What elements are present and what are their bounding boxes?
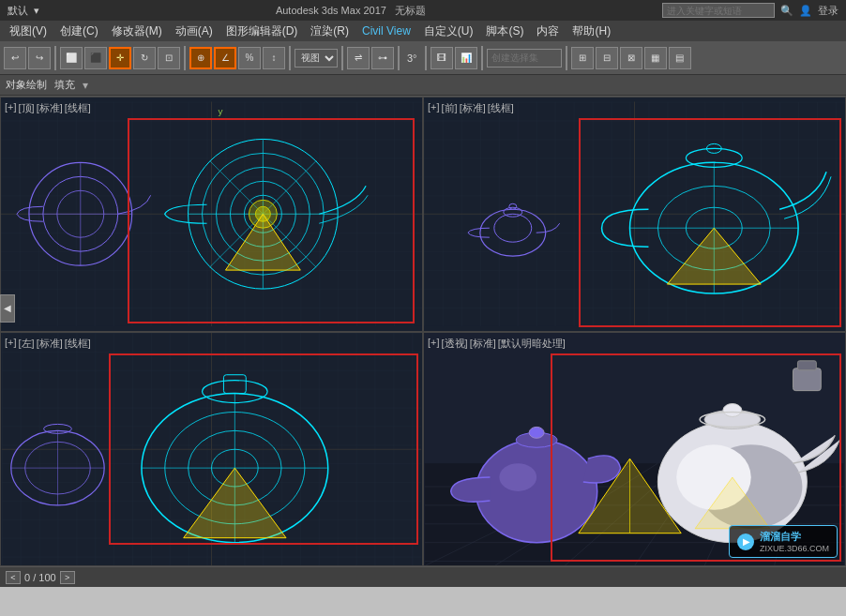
fill-label: 填充: [54, 78, 75, 92]
select-move-btn[interactable]: ✛: [109, 47, 131, 69]
workspace-label: 默认: [8, 4, 28, 18]
nav-prev-btn[interactable]: <: [6, 571, 21, 584]
file-title: 无标题: [395, 5, 426, 16]
user-icon: 👤: [799, 5, 812, 17]
main-toolbar: ↩ ↪ ⬜ ⬛ ✛ ↻ ⊡ ⊕ ∠ % ↕ 视图 ⇌ ⊶ 3° 🎞 📊 ⊞ ⊟ …: [0, 41, 846, 75]
scale-btn[interactable]: ⊡: [158, 47, 180, 69]
progress-area: < 0 / 100 >: [6, 571, 75, 584]
vp-persp-view: [透视]: [442, 337, 468, 351]
menu-civil-view[interactable]: Civil View: [356, 23, 416, 39]
undo-btn[interactable]: ↩: [4, 47, 26, 69]
redo-btn[interactable]: ↪: [28, 47, 51, 69]
snap-toggle-btn[interactable]: ⊕: [189, 47, 212, 69]
vp-top-view: [顶]: [19, 101, 35, 115]
svg-point-82: [529, 427, 544, 438]
vp-top-bracket1: [+]: [5, 101, 17, 115]
viewport-front[interactable]: [+] [前] [标准] [线框]: [423, 97, 846, 332]
angle-snap-btn[interactable]: ∠: [214, 47, 236, 69]
curve-editor-btn[interactable]: 🎞: [431, 47, 453, 69]
right-tool5[interactable]: ▤: [669, 47, 691, 69]
vp-top-mode: [标准]: [37, 101, 63, 115]
vp-front-mode: [标准]: [460, 101, 486, 115]
sub-toolbar: 对象绘制 填充 ▾: [0, 75, 846, 96]
menu-script[interactable]: 脚本(S): [480, 22, 529, 41]
login-label[interactable]: 登录: [818, 4, 838, 18]
svg-point-83: [499, 463, 536, 491]
sep1: [54, 46, 56, 70]
percent-snap-btn[interactable]: %: [238, 47, 261, 69]
vp-left-render: [线框]: [65, 337, 91, 351]
search-input[interactable]: [662, 3, 775, 18]
right-tool1[interactable]: ⊞: [571, 47, 594, 69]
search-icon[interactable]: 🔍: [780, 5, 793, 17]
vp-left-view: [左]: [19, 337, 35, 351]
viewport-perspective-label: [+] [透视] [标准] [默认明暗处理]: [428, 337, 566, 351]
fill-dropdown[interactable]: ▾: [83, 79, 88, 92]
software-title: Autodesk 3ds Max 2017: [276, 5, 386, 16]
svg-rect-94: [797, 360, 816, 369]
title-right: 🔍 👤 登录: [662, 3, 838, 18]
spinner-snap-btn[interactable]: ↕: [263, 47, 285, 69]
viewport-top-svg: y: [1, 98, 422, 331]
viewport-container: [+] [顶] [标准] [线框] y: [0, 96, 846, 566]
vp-persp-render: [默认明暗处理]: [498, 337, 566, 351]
sep7: [481, 46, 483, 70]
vp-top-render: [线框]: [65, 101, 91, 115]
angle-value: 3°: [403, 53, 421, 64]
sep3: [289, 46, 291, 70]
viewport-front-svg: [424, 98, 845, 331]
sep6: [425, 46, 427, 70]
right-tool3[interactable]: ⊠: [620, 47, 642, 69]
viewport-front-label: [+] [前] [标准] [线框]: [428, 101, 514, 115]
viewport-top-label: [+] [顶] [标准] [线框]: [5, 101, 91, 115]
viewport-perspective[interactable]: [+] [透视] [标准] [默认明暗处理]: [423, 332, 846, 567]
vp-left-bracket1: [+]: [5, 337, 17, 351]
vp-front-render: [线框]: [488, 101, 514, 115]
panel-collapse-btn[interactable]: ◀: [0, 294, 15, 323]
watermark-url: ZIXUE.3D66.COM: [760, 544, 829, 553]
right-tool2[interactable]: ⊟: [596, 47, 618, 69]
viewport-top[interactable]: [+] [顶] [标准] [线框] y: [0, 97, 423, 332]
menu-animation[interactable]: 动画(A): [170, 22, 219, 41]
progress-value: 0 / 100: [24, 572, 56, 583]
vp-front-bracket1: [+]: [428, 101, 440, 115]
title-center: Autodesk 3ds Max 2017 无标题: [39, 4, 662, 18]
rotate-btn[interactable]: ↻: [133, 47, 156, 69]
selection-set-input[interactable]: [487, 49, 562, 68]
select-region-btn[interactable]: ⬛: [84, 47, 107, 69]
menu-create[interactable]: 创建(C): [54, 22, 104, 41]
nav-next-btn[interactable]: >: [60, 571, 75, 584]
menu-render[interactable]: 渲染(R): [305, 22, 355, 41]
select-btn[interactable]: ⬜: [60, 47, 83, 69]
watermark-icon: ▶: [737, 533, 754, 550]
watermark: ▶ 溜溜自学 ZIXUE.3D66.COM: [729, 525, 838, 558]
menu-content[interactable]: 内容: [531, 22, 565, 41]
menu-help[interactable]: 帮助(H): [567, 22, 616, 41]
paint-objects-label: 对象绘制: [6, 78, 47, 92]
schematic-btn[interactable]: 📊: [455, 47, 477, 69]
mirror-btn[interactable]: ⇌: [347, 47, 370, 69]
viewport-left[interactable]: [+] [左] [标准] [线框]: [0, 332, 423, 567]
menu-view[interactable]: 视图(V): [4, 22, 53, 41]
menu-graph-editor[interactable]: 图形编辑器(D): [220, 22, 304, 41]
viewport-left-label: [+] [左] [标准] [线框]: [5, 337, 91, 351]
watermark-site: 溜溜自学: [760, 530, 829, 544]
vp-persp-bracket1: [+]: [428, 337, 440, 351]
menu-modifier[interactable]: 修改器(M): [106, 22, 168, 41]
fill-dropdown-icon: ▾: [83, 79, 88, 92]
align-btn[interactable]: ⊶: [371, 47, 394, 69]
svg-point-90: [723, 403, 742, 416]
right-tool4[interactable]: ▦: [644, 47, 667, 69]
menu-customize[interactable]: 自定义(U): [418, 22, 479, 41]
svg-point-80: [476, 440, 597, 542]
title-bar: 默认 ▾ Autodesk 3ds Max 2017 无标题 🔍 👤 登录: [0, 0, 846, 21]
vp-persp-mode: [标准]: [470, 337, 496, 351]
menu-bar: 视图(V) 创建(C) 修改器(M) 动画(A) 图形编辑器(D) 渲染(R) …: [0, 21, 846, 41]
sep5: [398, 46, 400, 70]
title-left: 默认 ▾: [8, 4, 39, 18]
watermark-text-group: 溜溜自学 ZIXUE.3D66.COM: [760, 530, 829, 553]
sep8: [566, 46, 567, 70]
vp-left-mode: [标准]: [37, 337, 63, 351]
view-select[interactable]: 视图: [295, 49, 338, 68]
sep4: [341, 46, 343, 70]
